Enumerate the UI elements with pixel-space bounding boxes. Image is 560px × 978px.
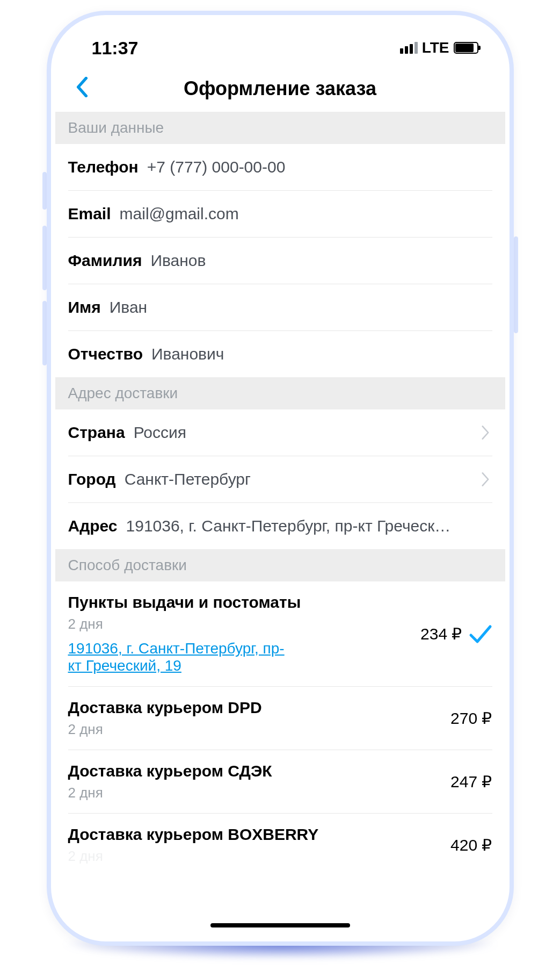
field-value: Россия — [134, 423, 470, 442]
delivery-option-pickup[interactable]: Пункты выдачи и постоматы 2 дня 191036, … — [68, 581, 492, 687]
field-email[interactable]: Email mail@gmail.com — [68, 191, 492, 238]
field-label: Email — [68, 205, 111, 223]
delivery-title: Доставка курьером BOXBERRY — [68, 825, 441, 844]
chevron-right-icon — [478, 426, 492, 440]
delivery-eta: 2 дня — [68, 721, 441, 738]
delivery-price: 247 ₽ — [450, 772, 492, 791]
chevron-right-icon — [478, 472, 492, 486]
field-label: Страна — [68, 423, 125, 442]
field-value: Иванович — [151, 345, 492, 363]
field-lastname[interactable]: Фамилия Иванов — [68, 238, 492, 284]
nav-bar: Оформление заказа — [55, 62, 505, 112]
field-firstname[interactable]: Имя Иван — [68, 284, 492, 331]
field-value: 191036, г. Санкт-Петербург, пр-кт Гречес… — [126, 517, 492, 535]
delivery-title: Пункты выдачи и постоматы — [68, 593, 411, 612]
checkmark-icon — [469, 622, 492, 646]
field-label: Отчество — [68, 345, 143, 363]
field-value: Иванов — [150, 251, 492, 270]
delivery-price: 270 ₽ — [450, 709, 492, 728]
field-label: Город — [68, 470, 116, 488]
delivery-price: 420 ₽ — [450, 836, 492, 854]
section-header-address: Адрес доставки — [55, 377, 505, 409]
field-label: Телефон — [68, 158, 139, 176]
delivery-eta: 2 дня — [68, 616, 411, 632]
field-label: Фамилия — [68, 251, 142, 270]
chevron-left-icon — [76, 77, 88, 97]
delivery-title: Доставка курьером DPD — [68, 699, 441, 717]
field-address[interactable]: Адрес 191036, г. Санкт-Петербург, пр-кт … — [68, 503, 492, 549]
field-value: Санкт-Петербург — [125, 470, 470, 488]
delivery-option-boxberry[interactable]: Доставка курьером BOXBERRY 2 дня 420 ₽ — [68, 814, 492, 876]
field-value: Иван — [110, 298, 492, 317]
pickup-address-link[interactable]: 191036, г. Санкт-Петербург, пр-кт Гречес… — [68, 640, 294, 674]
delivery-option-cdek[interactable]: Доставка курьером СДЭК 2 дня 247 ₽ — [68, 750, 492, 814]
delivery-price: 234 ₽ — [420, 624, 462, 643]
field-city[interactable]: Город Санкт-Петербург — [68, 456, 492, 503]
field-country[interactable]: Страна Россия — [68, 409, 492, 456]
field-label: Имя — [68, 298, 101, 317]
field-patronymic[interactable]: Отчество Иванович — [68, 331, 492, 377]
delivery-title: Доставка курьером СДЭК — [68, 762, 441, 780]
field-value: +7 (777) 000-00-00 — [147, 158, 492, 176]
status-bar: 11:37 LTE — [55, 19, 505, 62]
network-label: LTE — [422, 39, 449, 56]
section-header-delivery: Способ доставки — [55, 549, 505, 581]
delivery-option-dpd[interactable]: Доставка курьером DPD 2 дня 270 ₽ — [68, 687, 492, 750]
delivery-eta: 2 дня — [68, 785, 441, 801]
section-header-personal: Ваши данные — [55, 112, 505, 144]
field-phone[interactable]: Телефон +7 (777) 000-00-00 — [68, 144, 492, 191]
signal-icon — [400, 42, 418, 54]
status-time: 11:37 — [77, 38, 139, 59]
field-value: mail@gmail.com — [120, 205, 492, 223]
home-indicator[interactable] — [210, 923, 350, 927]
phone-mockup: 11:37 LTE Оформление заказа Ваши данные … — [47, 11, 514, 946]
battery-icon — [454, 42, 478, 54]
field-label: Адрес — [68, 517, 118, 535]
delivery-eta: 2 дня — [68, 848, 441, 865]
page-title: Оформление заказа — [184, 77, 376, 100]
back-button[interactable] — [71, 74, 93, 100]
